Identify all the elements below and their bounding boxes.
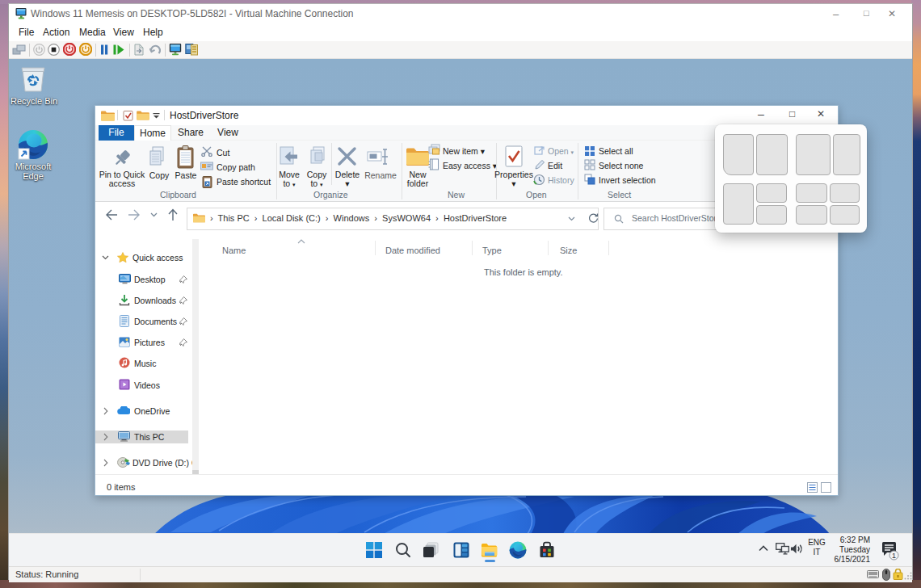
svg-text:1: 1	[892, 552, 896, 560]
